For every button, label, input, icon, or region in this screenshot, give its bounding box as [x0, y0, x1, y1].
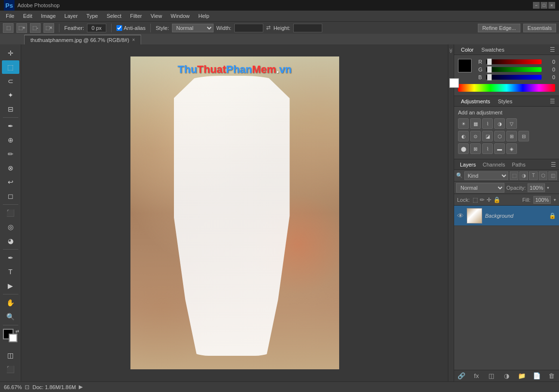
pixel-filter-btn[interactable]: ⬚ — [510, 171, 518, 180]
style-select[interactable]: Normal Fixed Ratio Fixed Size — [172, 24, 214, 32]
color-lookup-adj-icon[interactable]: ⊟ — [518, 131, 529, 141]
hand-tool[interactable]: ✋ — [2, 296, 19, 309]
posterize-adj-icon[interactable]: ⊠ — [470, 143, 481, 154]
lock-position-icon[interactable]: ✛ — [487, 196, 491, 203]
swap-dimensions-icon[interactable]: ⇄ — [266, 25, 271, 31]
gradient-tool[interactable]: ⬛ — [2, 206, 19, 220]
antialias-checkbox[interactable] — [116, 25, 122, 31]
menu-select[interactable]: Select — [103, 12, 126, 20]
menu-file[interactable]: File — [2, 12, 18, 20]
background-color[interactable] — [9, 334, 17, 342]
link-layers-btn[interactable]: 🔗 — [457, 372, 466, 380]
close-button[interactable]: × — [548, 2, 555, 9]
document-tab[interactable]: thuthuatphanmem.jpg @ 66.7% (RGB/8#) × — [24, 35, 141, 44]
doc-info-expand-icon[interactable]: ▶ — [79, 384, 83, 390]
fill-arrow-icon[interactable]: ▾ — [554, 197, 556, 202]
bw-adj-icon[interactable]: ◪ — [482, 131, 493, 141]
tab-swatches[interactable]: Swatches — [478, 46, 507, 54]
menu-filter[interactable]: Filter — [126, 12, 145, 20]
delete-layer-btn[interactable]: 🗑 — [547, 372, 556, 380]
blur-tool[interactable]: ◎ — [2, 220, 19, 234]
shape-filter-btn[interactable]: ⬡ — [539, 171, 547, 180]
feather-input[interactable] — [87, 24, 106, 32]
layer-item[interactable]: 👁 Background 🔒 — [454, 206, 559, 226]
r-slider[interactable] — [486, 59, 542, 64]
refine-edge-button[interactable]: Refine Edge... — [478, 24, 520, 32]
essentials-button[interactable]: Essentials — [523, 24, 556, 32]
history-brush-tool[interactable]: ↩ — [2, 175, 19, 189]
brush-tool[interactable]: ✏ — [2, 147, 19, 161]
layer-style-btn[interactable]: fx — [472, 372, 481, 380]
levels-adj-icon[interactable]: ▦ — [470, 118, 481, 129]
adjustment-layer-btn[interactable]: ◑ — [502, 372, 511, 380]
menu-layer[interactable]: Layer — [60, 12, 82, 20]
path-select-tool[interactable]: ▶ — [2, 279, 19, 293]
b-slider[interactable] — [486, 75, 542, 80]
eraser-tool[interactable]: ◻ — [2, 189, 19, 203]
canvas-options-icon[interactable]: ⊡ — [25, 384, 29, 391]
tab-layers[interactable]: Layers — [457, 161, 479, 168]
crop-tool[interactable]: ⊟ — [2, 102, 19, 116]
intersect-select-btn[interactable]: ⬚× — [43, 23, 54, 33]
tab-channels[interactable]: Channels — [480, 161, 508, 168]
hsl-adj-icon[interactable]: ◐ — [458, 131, 469, 141]
titlebar-controls[interactable]: − □ × — [533, 2, 555, 9]
kind-filter-select[interactable]: Kind — [464, 171, 508, 180]
curves-adj-icon[interactable]: ⌇ — [482, 118, 493, 129]
color-spectrum-bar[interactable] — [458, 84, 555, 92]
fg-color-swatch[interactable] — [458, 59, 472, 72]
zoom-tool[interactable]: 🔍 — [2, 310, 19, 323]
tab-styles[interactable]: Styles — [495, 98, 516, 105]
height-input[interactable] — [293, 24, 322, 32]
tab-paths[interactable]: Paths — [509, 161, 529, 168]
menu-help[interactable]: Help — [194, 12, 213, 20]
move-tool[interactable]: ✛ — [2, 46, 19, 60]
selective-color-adj-icon[interactable]: ◈ — [506, 143, 517, 154]
menu-view[interactable]: View — [147, 12, 166, 20]
tab-adjustments[interactable]: Adjustments — [458, 98, 493, 105]
g-slider[interactable] — [486, 67, 542, 72]
threshold-adj-icon[interactable]: ⌇ — [482, 143, 493, 154]
adjust-filter-btn[interactable]: ◑ — [519, 171, 528, 180]
layer-visibility-toggle[interactable]: 👁 — [457, 212, 464, 220]
swap-colors-icon[interactable]: ⇄ — [15, 329, 19, 334]
colorbal-adj-icon[interactable]: ⊙ — [470, 131, 481, 141]
color-panel-menu-btn[interactable]: ☰ — [550, 46, 555, 53]
adj-panel-menu-btn[interactable]: ☰ — [550, 98, 555, 105]
mixer-adj-icon[interactable]: ⊞ — [506, 131, 517, 141]
minimize-button[interactable]: − — [533, 2, 540, 9]
type-tool[interactable]: T — [2, 265, 19, 279]
width-input[interactable] — [234, 24, 263, 32]
photo-adj-icon[interactable]: ⬡ — [494, 131, 505, 141]
menu-image[interactable]: Image — [37, 12, 60, 20]
magic-wand-tool[interactable]: ✦ — [2, 88, 19, 102]
smartobj-filter-btn[interactable]: ◫ — [548, 171, 557, 180]
rect-select-btn[interactable]: ⬚ — [3, 23, 14, 33]
lock-pixels-icon[interactable]: ✏ — [480, 196, 485, 203]
exposure-adj-icon[interactable]: ◑ — [494, 118, 505, 129]
lock-all-icon[interactable]: 🔒 — [493, 196, 501, 203]
opacity-input[interactable] — [528, 183, 545, 192]
brightness-adj-icon[interactable]: ☀ — [458, 118, 469, 129]
vibrance-adj-icon[interactable]: ▽ — [506, 118, 517, 129]
marquee-tool[interactable]: ⬚ — [2, 60, 19, 74]
lock-transparent-icon[interactable]: ⬚ — [473, 196, 478, 203]
lasso-tool[interactable]: ⊂ — [2, 74, 19, 88]
gradient-map-adj-icon[interactable]: ▬ — [494, 143, 505, 154]
panel-collapse-handle[interactable]: ≫ — [448, 44, 454, 381]
dodge-tool[interactable]: ◕ — [2, 234, 19, 248]
menu-type[interactable]: Type — [83, 12, 102, 20]
type-filter-btn[interactable]: T — [529, 171, 538, 180]
opacity-arrow-icon[interactable]: ▾ — [547, 185, 549, 190]
eyedropper-tool[interactable]: ✒ — [2, 119, 19, 133]
menu-window[interactable]: Window — [167, 12, 193, 20]
clone-stamp-tool[interactable]: ⊗ — [2, 161, 19, 175]
new-group-btn[interactable]: 📁 — [517, 372, 526, 380]
quick-mask-btn[interactable]: ◫ — [2, 349, 19, 362]
fill-input[interactable] — [533, 196, 551, 204]
layer-mask-btn[interactable]: ◫ — [487, 372, 496, 380]
new-layer-btn[interactable]: 📄 — [532, 372, 541, 380]
blend-mode-select[interactable]: Normal Dissolve Multiply Screen — [456, 183, 504, 193]
menu-edit[interactable]: Edit — [19, 12, 36, 20]
tab-color[interactable]: Color — [458, 46, 476, 54]
